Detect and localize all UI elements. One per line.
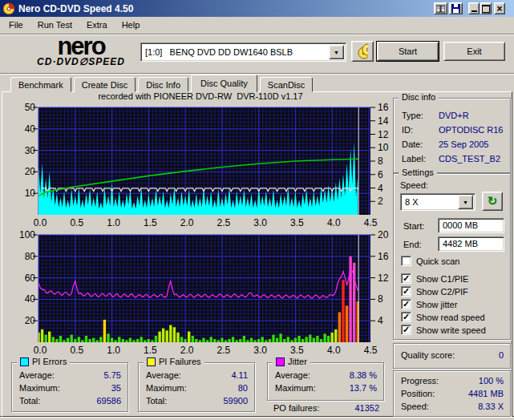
close-icon: × [496,5,502,13]
drive-select-value: [1:0] BENQ DVD DD DW1640 BSLB [141,47,329,57]
menu-run-test[interactable]: Run Test [30,18,79,32]
svg-text:12: 12 [378,129,389,140]
jitter-average-row: Average:8.38 % [275,370,377,380]
book-icon [436,5,445,13]
floppy-icon [451,4,460,13]
quality-score-value: 0 [499,350,504,360]
tab-bar: Benchmark Create Disc Disc Info Disc Qua… [10,75,313,93]
tab-scandisc[interactable]: ScanDisc [260,77,313,92]
svg-text:8: 8 [378,293,383,305]
refresh-speed-button[interactable]: ↻ [482,192,503,211]
menu-extra[interactable]: Extra [79,18,115,32]
exit-button[interactable]: Exit [443,42,505,61]
svg-text:2: 2 [378,196,383,207]
svg-text:0.0: 0.0 [34,345,47,356]
svg-text:14: 14 [378,115,389,127]
svg-text:3.0: 3.0 [253,217,267,228]
maximize-button[interactable] [480,2,492,14]
end-position-field[interactable]: 4482 MB [438,236,504,252]
menu-help[interactable]: Help [115,18,148,32]
checkbox-show-jitter[interactable]: ✓Show jitter [401,299,457,309]
window-title: Nero CD-DVD Speed 4.50 [18,3,133,14]
jitter-maximum-row: Maximum:13.7 % [275,383,377,393]
svg-text:40: 40 [25,123,36,135]
speed-label: Speed: [400,180,428,190]
checkbox-icon[interactable]: ✓ [401,312,411,322]
svg-text:20: 20 [378,229,389,240]
svg-text:12: 12 [378,273,389,284]
svg-text:1.0: 1.0 [107,217,120,228]
checkbox-icon[interactable]: ✓ [401,286,411,297]
jitter-legend: Jitter [273,357,310,366]
svg-text:50: 50 [25,102,36,113]
svg-text:1.5: 1.5 [144,217,157,228]
svg-text:16: 16 [378,102,389,113]
svg-text:40: 40 [25,293,36,305]
tab-disc-quality[interactable]: Disc Quality [191,75,257,92]
checkbox-quick-scan[interactable]: Quick scan [401,256,459,266]
svg-text:8: 8 [378,155,383,167]
chevron-down-icon[interactable]: ▼ [329,45,344,59]
disc-label-value: CDS_TEST_B2 [439,154,500,164]
svg-text:30: 30 [25,145,36,156]
position-value: 4481 MB [468,389,504,398]
quality-score-panel: Quality score: 0 [393,343,511,369]
disc-id-row: ID:OPTODISC R16 [402,125,504,135]
speed-row: Speed:8.33 X [401,402,504,411]
titlebar-compare-button[interactable] [434,2,447,14]
toolbar: nero CD·DVD∅SPEED [1:0] BENQ DVD DD DW16… [0,35,514,72]
svg-text:20: 20 [25,166,36,177]
disc-type-row: Type:DVD+R [402,111,469,120]
disc-id-value: OPTODISC R16 [439,125,504,135]
svg-text:20: 20 [25,315,36,326]
svg-text:0.5: 0.5 [70,217,83,228]
pi-errors-chart: 50403020100.00.51.01.52.02.53.03.54.04.5… [0,101,393,229]
tab-create-disc[interactable]: Create Disc [74,77,136,92]
nero-logo: nero CD·DVD∅SPEED [21,35,141,67]
pi-errors-legend: PI Errors [17,357,70,366]
checkbox-show-c2-pif[interactable]: ✓Show C2/PIF [401,286,468,297]
svg-text:4.5: 4.5 [364,217,378,228]
disc-options-button[interactable] [351,41,374,62]
drive-select[interactable]: [1:0] BENQ DVD DD DW1640 BSLB ▼ [140,42,346,62]
checkbox-icon[interactable]: ✓ [401,299,411,309]
title-bar: Nero CD-DVD Speed 4.50 × [0,0,514,17]
start-label: Start: [403,221,424,231]
svg-text:3.5: 3.5 [290,217,304,228]
checkbox-show-write-speed[interactable]: ✓Show write speed [401,325,486,335]
pie-total-row: Total:69586 [19,396,121,406]
menu-file[interactable]: File [2,18,30,32]
nero-logo-text: nero [21,35,141,58]
settings-legend: Settings [399,168,437,177]
svg-text:10: 10 [378,142,389,153]
start-button[interactable]: Start [377,42,439,61]
jitter-group: Jitter Average:8.38 % Maximum:13.7 % [267,362,384,401]
pie-average-row: Average:5.75 [19,370,121,380]
discs-icon [357,43,368,59]
titlebar-save-button[interactable] [449,2,463,14]
minimize-button[interactable] [468,2,480,14]
position-row: Position:4481 MB [401,389,504,398]
close-button[interactable]: × [494,2,505,14]
quality-score-label: Quality score: [401,350,455,360]
checkbox-icon[interactable] [401,256,411,266]
checkbox-show-c1-pie[interactable]: ✓Show C1/PIE [401,273,468,284]
tab-benchmark[interactable]: Benchmark [10,77,71,92]
pif-swatch-icon [147,357,156,366]
refresh-icon: ↻ [488,196,498,207]
tab-disc-info[interactable]: Disc Info [138,77,188,92]
pi-failures-group: PI Failures Average:4.11 Maximum:80 Tota… [138,362,255,412]
quality-score-row: Quality score: 0 [401,350,504,360]
pif-maximum-row: Maximum:80 [146,383,248,393]
svg-text:4.0: 4.0 [327,217,341,228]
svg-text:0.5: 0.5 [70,345,83,356]
settings-group: Settings Speed: 8 X ▼ ↻ Start: 0000 MB E… [393,173,511,340]
svg-text:2.0: 2.0 [180,217,194,228]
speed-select[interactable]: 8 X ▼ [400,193,476,211]
chevron-down-icon[interactable]: ▼ [458,195,473,209]
checkbox-icon[interactable]: ✓ [401,325,411,335]
checkbox-icon[interactable]: ✓ [401,273,411,284]
start-position-field[interactable]: 0000 MB [438,218,504,233]
disc-type-value: DVD+R [439,111,469,120]
checkbox-show-read-speed[interactable]: ✓Show read speed [401,312,485,322]
